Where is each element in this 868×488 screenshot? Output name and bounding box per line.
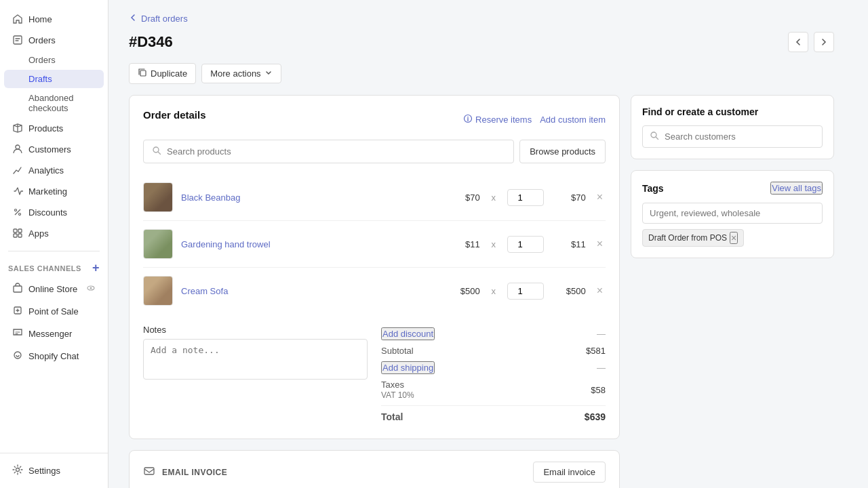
main-content: Draft orders #D346 Duplicate (108, 0, 868, 488)
chevron-left-icon (129, 14, 137, 24)
add-shipping-btn[interactable]: Add shipping (381, 361, 435, 374)
sidebar-item-marketing[interactable]: Marketing (4, 181, 104, 201)
taxes-line: Taxes VAT 10% $58 (381, 377, 606, 403)
sidebar-item-online-store[interactable]: Online Store (4, 279, 104, 300)
search-row: Browse products (143, 140, 606, 163)
discounts-icon (12, 207, 23, 218)
product-total-sofa: $500 (552, 286, 586, 296)
svg-rect-8 (14, 286, 22, 292)
settings-icon (12, 464, 23, 477)
notes-input[interactable] (143, 339, 368, 380)
remove-sofa-btn[interactable]: × (594, 285, 606, 297)
order-details-card: Order details Reserve items Add custom i… (129, 95, 620, 439)
svg-rect-17 (144, 468, 154, 474)
svg-rect-0 (14, 36, 22, 44)
sidebar-sub-orders[interactable]: Orders (4, 51, 104, 69)
remove-beanbag-btn[interactable]: × (594, 191, 606, 203)
svg-point-12 (14, 352, 21, 359)
subtotal-line: Subtotal $581 (381, 343, 606, 359)
tags-header: Tags View all tags (642, 182, 823, 195)
svg-point-13 (16, 468, 20, 472)
product-qty-sofa[interactable] (507, 283, 544, 300)
notes-totals-row: Notes Add discount — Subtotal $581 (143, 325, 606, 425)
tags-input[interactable] (642, 203, 823, 224)
customer-search-input[interactable] (665, 131, 815, 142)
product-row-trowel: Gardening hand trowel $11 x $11 × (143, 221, 606, 268)
add-custom-item-btn[interactable]: Add custom item (540, 114, 606, 125)
product-qty-trowel[interactable] (507, 236, 544, 253)
sidebar-item-point-of-sale[interactable]: Point of Sale (4, 301, 104, 322)
online-store-icon (12, 283, 23, 296)
sidebar-item-settings[interactable]: Settings (4, 460, 104, 482)
product-price-trowel: $11 (446, 239, 480, 249)
analytics-icon (12, 165, 23, 176)
reserve-items-btn[interactable]: Reserve items (463, 114, 532, 125)
orders-icon (12, 35, 23, 45)
browse-products-btn[interactable]: Browse products (519, 140, 606, 163)
content-grid: Order details Reserve items Add custom i… (129, 95, 834, 488)
svg-rect-5 (18, 229, 22, 232)
tags-list: Draft Order from POS × (642, 229, 823, 247)
sidebar-item-apps[interactable]: Apps (4, 223, 104, 243)
product-thumb-sofa (143, 276, 173, 306)
sidebar-item-shopify-chat[interactable]: Shopify Chat (4, 346, 104, 367)
product-price-beanbag: $70 (446, 192, 480, 203)
svg-rect-6 (14, 234, 17, 237)
sidebar-item-discounts[interactable]: Discounts (4, 202, 104, 222)
sidebar-item-messenger[interactable]: Messenger (4, 323, 104, 344)
sidebar-sub-drafts[interactable]: Drafts (4, 70, 104, 88)
product-name-trowel[interactable]: Gardening hand trowel (181, 239, 438, 249)
product-search-container (143, 140, 514, 163)
remove-tag-btn[interactable]: × (730, 232, 738, 244)
svg-point-18 (651, 132, 656, 138)
info-icon (463, 114, 473, 125)
sidebar-sub-abandoned[interactable]: Abandoned checkouts (4, 89, 104, 117)
nav-prev-btn[interactable] (788, 32, 808, 52)
find-customer-card: Find or create a customer (631, 95, 834, 159)
sales-channels-header: SALES CHANNELS + (0, 256, 108, 278)
sidebar-item-customers[interactable]: Customers (4, 139, 104, 159)
email-icon (143, 465, 155, 479)
pos-icon (12, 305, 23, 318)
svg-point-16 (153, 147, 159, 152)
sidebar-bottom: Settings (0, 453, 108, 488)
view-all-tags-btn[interactable]: View all tags (770, 182, 823, 195)
add-discount-btn[interactable]: Add discount (381, 327, 435, 340)
product-qty-beanbag[interactable] (507, 189, 544, 206)
shipping-line: Add shipping — (381, 359, 606, 377)
email-invoice-btn[interactable]: Email invoice (533, 462, 606, 483)
sidebar-item-orders[interactable]: Orders (4, 30, 104, 50)
svg-point-1 (16, 145, 20, 149)
order-details-header: Order details Reserve items Add custom i… (143, 109, 606, 130)
product-thumb-beanbag (143, 182, 173, 212)
sidebar-item-products[interactable]: Products (4, 118, 104, 138)
svg-point-3 (19, 214, 21, 216)
discount-line: Add discount — (381, 325, 606, 343)
sidebar-item-analytics[interactable]: Analytics (4, 160, 104, 180)
toolbar: Duplicate More actions (129, 63, 834, 84)
product-name-sofa[interactable]: Cream Sofa (181, 286, 438, 296)
nav-next-btn[interactable] (814, 32, 834, 52)
right-column: Find or create a customer Tags View all … (631, 95, 834, 488)
remove-trowel-btn[interactable]: × (594, 238, 606, 250)
product-price-sofa: $500 (446, 286, 480, 296)
add-sales-channel-btn[interactable]: + (92, 261, 100, 275)
svg-rect-7 (18, 234, 22, 237)
product-name-beanbag[interactable]: Black Beanbag (181, 192, 438, 203)
svg-rect-14 (140, 70, 146, 76)
marketing-icon (12, 186, 23, 197)
more-actions-btn[interactable]: More actions (201, 64, 281, 83)
sidebar-divider-1 (8, 251, 100, 251)
product-total-trowel: $11 (552, 239, 586, 249)
product-search-input[interactable] (167, 146, 505, 157)
svg-rect-4 (14, 229, 17, 232)
product-thumb-trowel (143, 229, 173, 259)
breadcrumb[interactable]: Draft orders (129, 14, 834, 24)
sidebar-item-home[interactable]: Home (4, 9, 104, 29)
customer-search-icon (650, 131, 659, 142)
order-details-title: Order details (143, 109, 206, 121)
nav-arrows (788, 32, 834, 52)
duplicate-btn[interactable]: Duplicate (129, 63, 196, 84)
page-title: #D346 (129, 33, 173, 51)
apps-icon (12, 228, 23, 239)
